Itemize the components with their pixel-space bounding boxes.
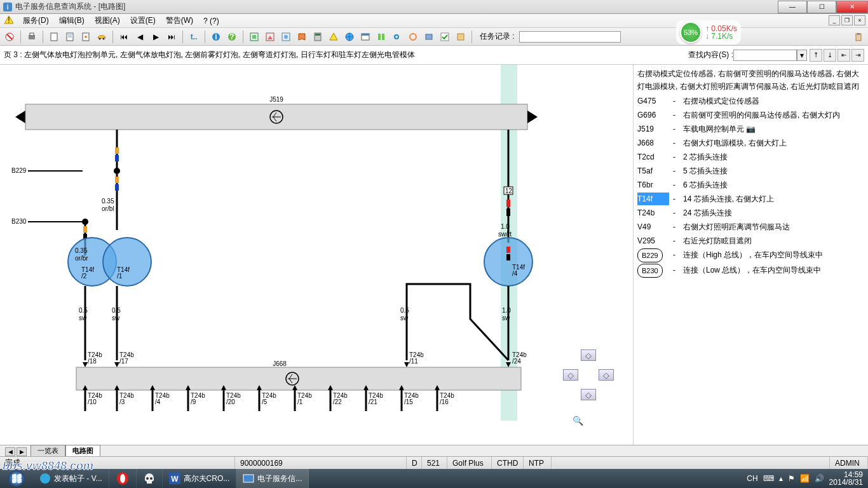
nav-compass: ◇ ◇ ◇ ◇ [563, 349, 614, 400]
tb-doc1-icon[interactable] [47, 30, 61, 44]
find-btn-2[interactable]: ⤓ [824, 49, 836, 62]
mdi-minimize[interactable]: _ [829, 15, 840, 25]
legend-row-T14f[interactable]: T14f-14 芯插头连接, 右侧大灯上 [637, 192, 864, 206]
minimize-button[interactable]: — [778, 1, 807, 13]
svg-rect-29 [378, 34, 381, 40]
task-input[interactable] [519, 31, 621, 43]
svg-text:12: 12 [505, 187, 513, 194]
status-d: D [407, 457, 422, 469]
mdi-restore[interactable]: ❐ [841, 15, 853, 25]
legend-row-T24b[interactable]: T24b-24 芯插头连接 [637, 206, 864, 220]
tb-doc2-icon[interactable] [63, 30, 77, 44]
svg-text:/10: /10 [88, 398, 97, 405]
find-input[interactable] [733, 50, 797, 61]
tb-check-icon[interactable] [438, 30, 452, 44]
tb-g2-icon[interactable] [263, 30, 277, 44]
menu-edit[interactable]: 编辑(B) [54, 14, 90, 27]
tb-info-icon[interactable]: i [209, 30, 223, 44]
legend-oval-B230[interactable]: B230-连接（Low 总线），在车内空间导线束中 [637, 263, 864, 278]
find-btn-3[interactable]: ⇤ [837, 49, 850, 62]
tb-help-icon[interactable]: ? [225, 30, 239, 44]
tb-g1-icon[interactable] [247, 30, 261, 44]
tb-g5-icon[interactable] [406, 30, 420, 44]
legend-row-J519[interactable]: J519-车载电网控制单元 📷 [637, 122, 864, 136]
svg-text:or/br: or/br [75, 255, 88, 262]
tray-keyboard-icon[interactable]: ⌨ [763, 474, 774, 483]
taskbar-word[interactable]: W高尔夫CRO... [163, 469, 237, 488]
tab-circuit[interactable]: 电路图 [65, 445, 100, 456]
taskbar-skull[interactable] [137, 469, 163, 488]
find-btn-1[interactable]: ⤒ [810, 49, 822, 62]
tray-sound-icon[interactable]: 🔊 [815, 474, 824, 483]
nav-left[interactable]: ◇ [563, 369, 578, 381]
legend-row-G475[interactable]: G475-右摆动模式定位传感器 [637, 94, 864, 108]
legend-row-G696[interactable]: G696-右前侧可变照明的伺服马达传感器, 右侧大灯内 [637, 108, 864, 122]
svg-point-153 [146, 477, 149, 480]
legend-row-T6br[interactable]: T6br-6 芯插头连接 [637, 178, 864, 192]
tb-link-icon[interactable] [390, 30, 404, 44]
tb-calc-icon[interactable] [311, 30, 325, 44]
tb-g6-icon[interactable] [422, 30, 436, 44]
close-button[interactable]: ✕ [836, 1, 868, 13]
nav-right[interactable]: ◇ [599, 369, 614, 381]
taskbar-app[interactable]: 电子服务信... [236, 469, 309, 488]
tb-globe-icon[interactable] [342, 30, 356, 44]
tray-network-icon[interactable]: 📶 [800, 474, 810, 483]
tab-scroll-right[interactable]: ▶ [17, 447, 27, 456]
svg-text:J668: J668 [273, 360, 287, 367]
menu-help[interactable]: ? (?) [198, 15, 224, 27]
menu-service[interactable]: 服务(D) [18, 14, 54, 27]
status-page: 521 [422, 457, 447, 469]
svg-text:!: ! [8, 16, 10, 24]
find-dropdown-icon[interactable]: ▾ [797, 50, 807, 61]
find-btn-4[interactable]: ⇥ [851, 49, 864, 62]
tb-text-icon[interactable]: t.. [187, 30, 201, 44]
tb-first-icon[interactable]: ⏮ [117, 30, 131, 44]
legend-row-V49[interactable]: V49-右侧大灯照明距离调节伺服马达 [637, 220, 864, 234]
netspeed-rates: ↑ 0.05K/s ↓ 7.1K/s [705, 25, 737, 40]
maximize-button[interactable]: ☐ [807, 1, 836, 13]
tb-book-icon[interactable] [295, 30, 309, 44]
tb-g4-icon[interactable] [374, 30, 388, 44]
svg-text:i: i [215, 32, 217, 41]
tb-g3-icon[interactable] [279, 30, 293, 44]
taskbar-opera[interactable] [109, 469, 137, 488]
legend-row-J668[interactable]: J668-右侧大灯电源模块, 右侧大灯上 [637, 136, 864, 150]
tray-flag-icon[interactable]: ⚑ [788, 474, 795, 483]
caption-row: 页 3 : 左侧气体放电灯泡控制单元, 左侧气体放电灯泡, 左侧前雾灯灯泡, 左… [0, 46, 868, 65]
svg-rect-19 [252, 35, 256, 39]
tab-overview[interactable]: 一览表 [31, 445, 65, 456]
legend-row-T2cd[interactable]: T2cd-2 芯插头连接 [637, 150, 864, 164]
tray-clock[interactable]: 14:59 2014/8/31 [829, 471, 863, 486]
magnifier-icon[interactable]: 🔍 [573, 416, 583, 426]
ime-indicator[interactable]: CH [747, 474, 757, 483]
mdi-close[interactable]: × [854, 15, 865, 25]
tray-up-icon[interactable]: ▴ [779, 474, 783, 483]
svg-text:B230: B230 [11, 218, 27, 225]
tb-prev-icon[interactable]: ◀ [133, 30, 147, 44]
menu-settings[interactable]: 设置(E) [125, 14, 161, 27]
tb-g7-icon[interactable] [454, 30, 468, 44]
tb-print-icon[interactable] [25, 30, 39, 44]
tb-doc3-icon[interactable] [79, 30, 93, 44]
legend-row-T5af[interactable]: T5af-5 芯插头连接 [637, 164, 864, 178]
tab-scroll-left[interactable]: ◀ [5, 447, 15, 456]
legend-oval-B229[interactable]: B229-连接（High 总线），在车内空间导线束中 [637, 248, 864, 263]
tb-last-icon[interactable]: ⏭ [165, 30, 179, 44]
menu-view[interactable]: 视图(A) [90, 14, 125, 27]
nav-up[interactable]: ◇ [581, 349, 596, 361]
tb-next-icon[interactable]: ▶ [149, 30, 163, 44]
legend-row-V295[interactable]: V295-右近光灯防眩目遮闭 [637, 234, 864, 248]
tb-window-icon[interactable] [358, 30, 372, 44]
tb-stop-icon[interactable] [3, 30, 17, 44]
warning-icon: ! [4, 15, 14, 26]
svg-text:sw: sw [400, 315, 409, 322]
nav-down[interactable]: ◇ [581, 389, 596, 400]
svg-rect-88 [506, 254, 510, 261]
tb-clipboard-icon[interactable] [851, 30, 865, 44]
tb-warn-icon[interactable] [327, 30, 341, 44]
menu-warning[interactable]: 警告(W) [161, 14, 198, 27]
svg-text:/2: /2 [81, 273, 87, 280]
tb-car-icon[interactable] [95, 30, 109, 44]
circuit-diagram[interactable]: J519 B229 B230 0.35 or/bl 0.35 or/br [0, 65, 633, 445]
